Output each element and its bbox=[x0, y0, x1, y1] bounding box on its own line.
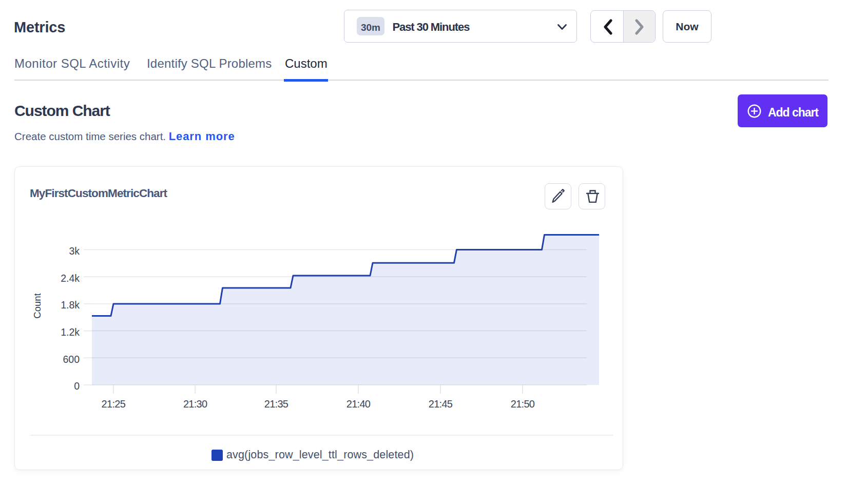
svg-text:avg(jobs_row_level_ttl_rows_de: avg(jobs_row_level_ttl_rows_deleted) bbox=[226, 449, 414, 461]
svg-text:21:35: 21:35 bbox=[264, 398, 288, 410]
svg-text:1.8k: 1.8k bbox=[61, 299, 80, 311]
svg-text:2.4k: 2.4k bbox=[61, 273, 80, 284]
svg-text:21:50: 21:50 bbox=[511, 398, 535, 410]
svg-text:21:45: 21:45 bbox=[429, 398, 453, 410]
svg-text:Count: Count bbox=[32, 293, 43, 318]
svg-text:3k: 3k bbox=[69, 245, 80, 257]
svg-text:21:25: 21:25 bbox=[102, 398, 126, 410]
svg-text:21:30: 21:30 bbox=[183, 398, 207, 410]
svg-text:0: 0 bbox=[74, 380, 80, 392]
svg-text:21:40: 21:40 bbox=[346, 398, 371, 410]
svg-text:1.2k: 1.2k bbox=[61, 326, 80, 338]
svg-text:600: 600 bbox=[63, 354, 80, 365]
